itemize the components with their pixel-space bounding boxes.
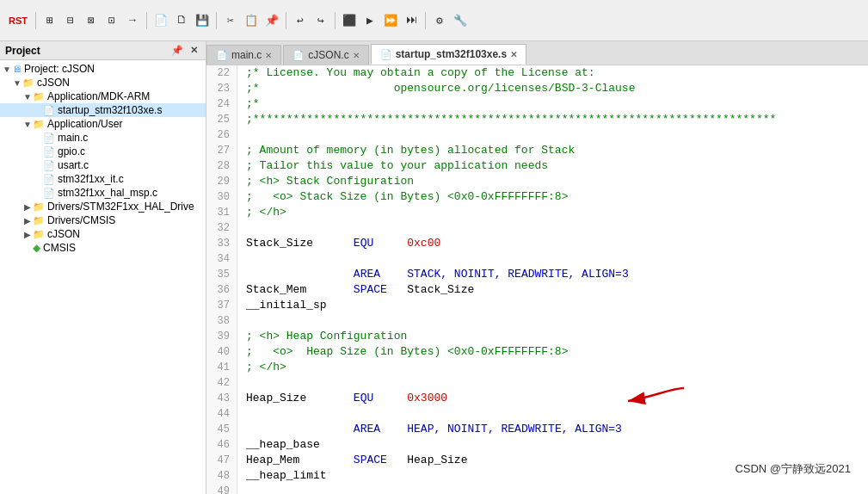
- code-line-31: 31 ; </h>: [206, 205, 868, 220]
- tb-btn-13[interactable]: ↪: [311, 11, 330, 30]
- line-num-23: 23: [206, 81, 237, 96]
- tb-btn-7[interactable]: 🗋: [172, 11, 191, 30]
- tab-main-c[interactable]: 📄 main.c ✕: [206, 45, 281, 65]
- line-content-42: [237, 375, 868, 391]
- line-num-39: 39: [206, 329, 237, 344]
- tb-btn-5[interactable]: →: [123, 11, 142, 30]
- tree-item-cmsis[interactable]: ◆ CMSIS: [0, 241, 206, 255]
- code-editor[interactable]: 22 ;* License. You may obtain a copy of …: [206, 65, 868, 494]
- line-num-48: 48: [206, 468, 237, 484]
- tb-btn-15[interactable]: ▶: [360, 11, 379, 30]
- code-line-25: 25 ;************************************…: [206, 112, 868, 127]
- tree-item-drivers-stm[interactable]: ▶ 📁 Drivers/STM32F1xx_HAL_Drive: [0, 200, 206, 213]
- panel-title: Project: [5, 45, 40, 57]
- line-content-34: [237, 251, 868, 267]
- line-content-31: ; </h>: [237, 205, 868, 220]
- tb-btn-6[interactable]: 📄: [151, 11, 170, 30]
- code-line-30: 30 ; <o> Stack Size (in Bytes) <0x0-0xFF…: [206, 189, 868, 205]
- expander-cjson2[interactable]: ▶: [22, 230, 33, 239]
- tb-btn-4[interactable]: ⊡: [102, 11, 121, 30]
- tree-item-usart[interactable]: 📄 usart.c: [0, 158, 206, 172]
- code-line-48: 48 __heap_limit: [206, 468, 868, 484]
- tab-label-cjson: cJSON.c: [308, 49, 348, 61]
- code-line-27: 27 ; Amount of memory (in bytes) allocat…: [206, 143, 868, 158]
- tree-label-cjson2: cJSON: [47, 228, 80, 240]
- line-content-23: ;* opensource.org/licenses/BSD-3-Clause: [237, 81, 868, 96]
- line-num-47: 47: [206, 453, 237, 468]
- tb-btn-18[interactable]: ⚙: [430, 11, 449, 30]
- tab-cjson-c[interactable]: 📄 cJSON.c ✕: [283, 45, 368, 65]
- tb-btn-1[interactable]: ⊞: [40, 11, 59, 30]
- expander-root[interactable]: ▼: [2, 65, 12, 74]
- folder-icon-cjson2: 📁: [33, 229, 45, 240]
- line-content-28: ; Tailor this value to your application …: [237, 158, 868, 174]
- tree-item-cjson2[interactable]: ▶ 📁 cJSON: [0, 227, 206, 241]
- line-num-43: 43: [206, 391, 237, 406]
- line-content-47: Heap_Mem SPACE Heap_Size: [237, 453, 868, 468]
- line-content-27: ; Amount of memory (in bytes) allocated …: [237, 143, 868, 158]
- tree-item-stm32-it[interactable]: 📄 stm32f1xx_it.c: [0, 172, 206, 186]
- tb-btn-3[interactable]: ⊠: [82, 11, 101, 30]
- expander-user[interactable]: ▼: [22, 120, 33, 129]
- code-line-34: 34: [206, 251, 868, 267]
- expander-mdk[interactable]: ▼: [22, 92, 33, 102]
- code-line-24: 24 ;*: [206, 96, 868, 112]
- project-icon: 🖥: [12, 64, 22, 74]
- code-line-28: 28 ; Tailor this value to your applicati…: [206, 158, 868, 174]
- tb-btn-11[interactable]: 📌: [262, 11, 281, 30]
- tree-item-drivers-cmsis[interactable]: ▶ 📁 Drivers/CMSIS: [0, 213, 206, 227]
- tb-btn-10[interactable]: 📋: [242, 11, 261, 30]
- tree-label-cjson: cJSON: [37, 77, 70, 89]
- tb-btn-16[interactable]: ⏩: [381, 11, 400, 30]
- tab-close-main[interactable]: ✕: [265, 51, 272, 60]
- tree-item-gpio[interactable]: 📄 gpio.c: [0, 145, 206, 158]
- cmsis-icon: ◆: [33, 242, 40, 254]
- tree-item-cjson[interactable]: ▼ 📁 cJSON: [0, 76, 206, 90]
- file-icon-stm32-it: 📄: [43, 174, 55, 185]
- line-content-25: ;***************************************…: [237, 112, 868, 127]
- tree-item-hal-msp[interactable]: 📄 stm32f1xx_hal_msp.c: [0, 186, 206, 200]
- tb-btn-8[interactable]: 💾: [193, 11, 212, 30]
- line-num-40: 40: [206, 344, 237, 360]
- code-line-49: 49: [206, 484, 868, 494]
- line-num-22: 22: [206, 65, 237, 81]
- tree-label-drivers-cmsis: Drivers/CMSIS: [47, 214, 115, 226]
- tb-btn-14[interactable]: ⬛: [340, 11, 359, 30]
- tree-item-app-user[interactable]: ▼ 📁 Application/User: [0, 117, 206, 131]
- tb-btn-9[interactable]: ✂: [221, 11, 240, 30]
- tb-btn-19[interactable]: 🔧: [451, 11, 470, 30]
- tree-item-startup[interactable]: 📄 startup_stm32f103xe.s: [0, 103, 206, 117]
- file-icon-main: 📄: [43, 133, 55, 144]
- tab-close-cjson[interactable]: ✕: [353, 51, 360, 60]
- tb-btn-12[interactable]: ↩: [291, 11, 310, 30]
- toolbar-sep-6: [425, 12, 426, 29]
- panel-pin-btn[interactable]: 📌: [169, 44, 186, 57]
- tree-label-stm32-it: stm32f1xx_it.c: [58, 173, 124, 185]
- tree-item-root[interactable]: ▼ 🖥 Project: cJSON: [0, 62, 206, 76]
- tab-close-startup[interactable]: ✕: [510, 50, 517, 59]
- code-line-22: 22 ;* License. You may obtain a copy of …: [206, 65, 868, 81]
- line-content-22: ;* License. You may obtain a copy of the…: [237, 65, 868, 81]
- tab-icon-startup: 📄: [380, 49, 392, 60]
- expander-drivers-cmsis[interactable]: ▶: [22, 216, 33, 225]
- tree-item-main[interactable]: 📄 main.c: [0, 131, 206, 145]
- line-num-44: 44: [206, 406, 237, 422]
- tree-item-app-mdk[interactable]: ▼ 📁 Application/MDK-ARM: [0, 90, 206, 103]
- expander-cjson[interactable]: ▼: [12, 78, 22, 88]
- tree-label-root: Project: cJSON: [24, 63, 95, 75]
- line-content-41: ; </h>: [237, 360, 868, 375]
- tree-label-usart: usart.c: [58, 159, 89, 171]
- panel-close-btn[interactable]: ✕: [188, 44, 200, 57]
- toolbar: RST ⊞ ⊟ ⊠ ⊡ → 📄 🗋 💾 ✂ 📋 📌 ↩ ↪ ⬛ ▶ ⏩ ⏭ ⚙ …: [0, 0, 868, 41]
- code-line-32: 32: [206, 220, 868, 236]
- rst-button[interactable]: RST: [5, 11, 31, 30]
- editor-panel: 📄 main.c ✕ 📄 cJSON.c ✕ 📄 startup_stm32f1…: [206, 41, 868, 494]
- tb-btn-2[interactable]: ⊟: [61, 11, 80, 30]
- tree-label-hal-msp: stm32f1xx_hal_msp.c: [58, 187, 157, 199]
- file-icon-startup: 📄: [43, 105, 55, 116]
- line-num-46: 46: [206, 437, 237, 453]
- folder-icon-user: 📁: [33, 119, 45, 130]
- tab-startup-s[interactable]: 📄 startup_stm32f103xe.s ✕: [371, 44, 526, 65]
- expander-drivers-stm[interactable]: ▶: [22, 202, 33, 212]
- tb-btn-17[interactable]: ⏭: [402, 11, 421, 30]
